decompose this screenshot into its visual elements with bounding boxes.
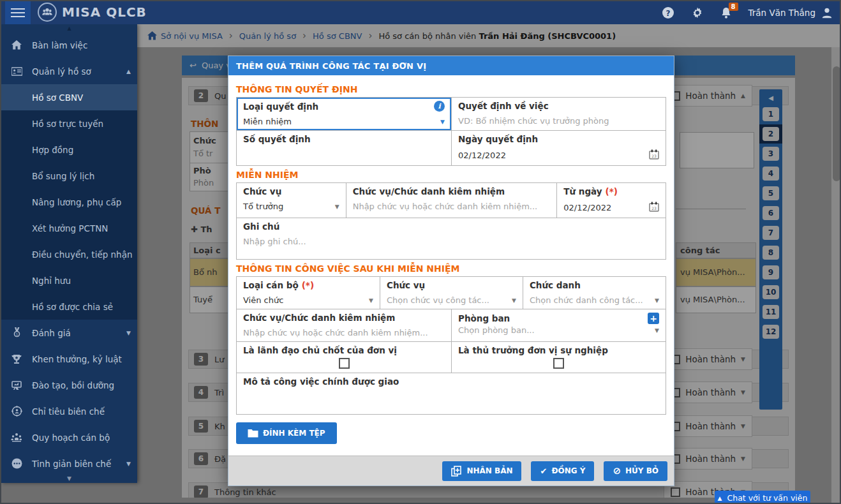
people-logo-icon (38, 3, 57, 22)
cancel-button[interactable]: ⊘ HỦY BỎ (604, 461, 667, 481)
chevron-down-icon: ▼ (126, 461, 131, 467)
app-logo: MISA QLCB (38, 3, 147, 22)
staff-type-field[interactable]: Loại cán bộ (*) Viên chức ▼ (237, 277, 380, 309)
after-title-field[interactable]: Chức danh Chọn chức danh công tác... ▼ (523, 277, 666, 309)
duplicate-button[interactable]: NHÂN BẢN (442, 461, 521, 481)
ok-button[interactable]: ✔ ĐỒNG Ý (531, 461, 594, 481)
info-icon[interactable]: i (434, 101, 445, 112)
ellipsis-circle-icon (10, 458, 23, 469)
sidebar-item-pctnn[interactable]: Xét hưởng PCTNN (1, 215, 137, 241)
modal-title: THÊM QUÁ TRÌNH CÔNG TÁC TẠI ĐƠN VỊ (228, 56, 674, 75)
people-group-icon (10, 433, 23, 442)
sidebar-item-salary-allowance[interactable]: Nâng lương, phụ cấp (1, 189, 137, 215)
dropdown-arrow-icon[interactable]: ▼ (335, 204, 339, 210)
topbar-actions: ? 8 Trần Văn Thắng (662, 1, 834, 24)
id-card-icon (10, 67, 23, 76)
dismissal-position-field[interactable]: Chức vụ Tổ trưởng ▼ (237, 183, 346, 218)
after-position-field[interactable]: Chức vụ Chọn chức vụ công tác... ▼ (380, 277, 523, 309)
dropdown-arrow-icon[interactable]: ▼ (655, 297, 659, 304)
check-icon: ✔ (540, 466, 547, 476)
chevron-down-icon: ▼ (126, 330, 131, 336)
add-department-button[interactable]: + (648, 313, 659, 324)
sidebar-item-transfer[interactable]: Điều chuyển, tiếp nhận (1, 241, 137, 267)
sidebar-scroll-up-icon[interactable]: ▲ (1, 24, 137, 32)
head-unit-field: Là thủ trưởng đơn vị sự nghiệp (451, 342, 666, 373)
section-heading-decision: THÔNG TIN QUYẾT ĐỊNH (236, 84, 666, 94)
key-leader-field: Là lãnh đạo chủ chốt của đơn vị (237, 342, 451, 373)
svg-text:23: 23 (651, 154, 657, 158)
sidebar-item-training[interactable]: Đào tạo, bồi dưỡng (1, 372, 137, 398)
folder-icon (248, 429, 258, 438)
decision-date-field[interactable]: Ngày quyết định 02/12/2022 23 (451, 131, 666, 165)
sidebar: ▲ Bàn làm việc Quản lý hồ sơ ▲ Hồ sơ CBN… (1, 24, 137, 483)
medal-icon: 1 (10, 327, 23, 338)
dismissal-note-field[interactable]: Ghi chú Nhập ghi chú... (237, 218, 666, 259)
app-window: MISA QLCB ? 8 Trần Văn Thắng Sở nội vụ M… (0, 0, 841, 504)
sidebar-item-evaluation[interactable]: 1 Đánh giá ▼ (1, 320, 137, 346)
decision-about-field[interactable]: Quyết định về việc VD: Bổ nhiệm chức vụ … (451, 98, 666, 130)
sidebar-item-rewards[interactable]: Khen thưởng, kỷ luật (1, 346, 137, 372)
sidebar-item-cbnv-records[interactable]: Hồ sơ CBNV (1, 84, 137, 110)
chevron-up-icon: ▲ (126, 68, 131, 75)
decision-number-field[interactable]: Số quyết định (237, 131, 451, 165)
copy-plus-icon (451, 466, 462, 477)
presentation-board-icon (10, 380, 23, 390)
modal-footer: NHÂN BẢN ✔ ĐỒNG Ý ⊘ HỦY BỎ (228, 456, 674, 485)
after-concurrent-field[interactable]: Chức vụ/Chức danh kiêm nhiệm Nhập chức v… (237, 309, 451, 341)
gear-icon[interactable] (691, 6, 704, 19)
head-unit-checkbox[interactable] (553, 358, 564, 369)
dropdown-arrow-icon[interactable]: ▼ (440, 119, 445, 125)
user-name: Trần Văn Thắng (748, 8, 816, 18)
sidebar-item-desktop[interactable]: Bàn làm việc (1, 32, 137, 58)
trophy-icon (10, 354, 23, 364)
sidebar-item-staffing-quota[interactable]: Chỉ tiêu biên chế (1, 398, 137, 424)
section-heading-after-dismissal: THÔNG TIN CÔNG VIỆC SAU KHI MIỄN NHIỆM (236, 263, 666, 274)
help-icon[interactable]: ? (662, 6, 674, 19)
svg-text:23: 23 (651, 206, 657, 211)
top-bar: MISA QLCB ? 8 Trần Văn Thắng (1, 1, 841, 24)
sidebar-item-contracts[interactable]: Hợp đồng (1, 137, 137, 163)
dismissal-concurrent-field[interactable]: Chức vụ/Chức danh kiêm nhiệm Nhập chức v… (346, 183, 557, 218)
calendar-icon[interactable]: 23 (649, 202, 659, 214)
sidebar-item-staff-reduction[interactable]: Tinh giản biên chế ▼ (1, 450, 137, 477)
modal-body: THÔNG TIN QUYẾT ĐỊNH Loại quyết định i M… (228, 75, 674, 456)
home-icon (10, 40, 23, 50)
sidebar-item-personnel-planning[interactable]: Quy hoạch cán bộ (1, 424, 137, 450)
sidebar-item-retirement[interactable]: Nghỉ hưu (1, 267, 137, 293)
sidebar-item-resume-update[interactable]: Bổ sung lý lịch (1, 163, 137, 189)
section-heading-dismissal: MIỄN NHIỆM (236, 170, 666, 180)
user-menu[interactable]: Trần Văn Thắng (748, 6, 834, 19)
hamburger-menu-icon[interactable] (5, 1, 31, 24)
sidebar-item-record-management[interactable]: Quản lý hồ sơ ▲ (1, 58, 137, 84)
sidebar-item-shared-records[interactable]: Hồ sơ được chia sẻ (1, 293, 137, 320)
dropdown-arrow-icon[interactable]: ▼ (369, 297, 373, 304)
notification-bell-icon[interactable]: 8 (720, 7, 732, 19)
sidebar-item-online-records[interactable]: Hồ sơ trực tuyến (1, 110, 137, 137)
chat-support-button[interactable]: ▲ Chat với tư vấn viên (715, 491, 810, 504)
calendar-icon[interactable]: 23 (649, 149, 659, 161)
logo-text: MISA QLCB (62, 4, 147, 20)
add-work-process-modal: THÊM QUÁ TRÌNH CÔNG TÁC TẠI ĐƠN VỊ THÔNG… (228, 56, 674, 486)
department-field[interactable]: Phòng ban + Chọn phòng ban... ▼ (451, 309, 666, 341)
decision-type-field[interactable]: Loại quyết định i Miễn nhiệm ▼ (237, 98, 451, 130)
sidebar-submenu: Hồ sơ CBNV Hồ sơ trực tuyến Hợp đồng Bổ … (1, 84, 137, 320)
cancel-slash-icon: ⊘ (613, 465, 621, 477)
chevron-up-icon: ▲ (718, 495, 722, 501)
avatar-icon (821, 6, 833, 19)
job-description-field[interactable]: Mô tả công việc chính được giao (237, 373, 666, 414)
dismissal-from-date-field[interactable]: Từ ngày (*) 02/12/2022 23 (556, 183, 666, 218)
notification-count-badge: 8 (729, 3, 738, 11)
target-person-icon (10, 406, 23, 417)
svg-text:1: 1 (15, 332, 18, 336)
svg-text:?: ? (666, 9, 670, 18)
key-leader-checkbox[interactable] (339, 358, 350, 369)
dropdown-arrow-icon[interactable]: ▼ (655, 327, 659, 334)
dropdown-arrow-icon[interactable]: ▼ (512, 297, 516, 304)
sidebar-scroll-down-icon[interactable]: ▼ (1, 475, 137, 482)
attach-file-button[interactable]: ĐÍNH KÈM TỆP (236, 422, 337, 444)
